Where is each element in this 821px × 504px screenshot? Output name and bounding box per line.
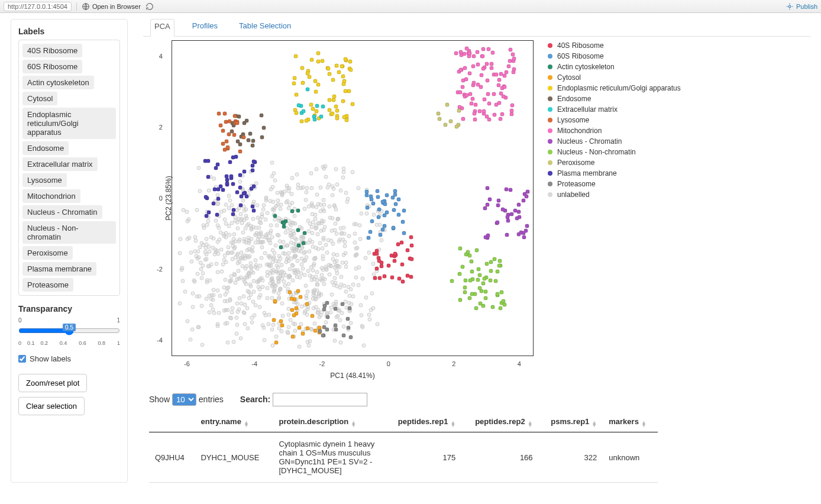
scatter-point[interactable] xyxy=(309,58,313,62)
scatter-point[interactable] xyxy=(334,104,338,108)
scatter-point[interactable] xyxy=(244,267,248,271)
scatter-point[interactable] xyxy=(185,210,189,214)
scatter-point[interactable] xyxy=(290,308,295,312)
label-chip[interactable]: Endoplasmic reticulum/Golgi apparatus xyxy=(22,108,116,139)
scatter-point[interactable] xyxy=(292,313,296,317)
scatter-point[interactable] xyxy=(296,228,300,232)
scatter-point[interactable] xyxy=(298,276,302,280)
scatter-point[interactable] xyxy=(332,252,336,256)
scatter-point[interactable] xyxy=(409,235,413,239)
scatter-point[interactable] xyxy=(490,62,494,66)
scatter-point[interactable] xyxy=(286,325,290,329)
scatter-point[interactable] xyxy=(335,217,340,221)
scatter-point[interactable] xyxy=(354,246,358,250)
scatter-point[interactable] xyxy=(396,212,400,217)
scatter-point[interactable] xyxy=(238,203,243,208)
scatter-point[interactable] xyxy=(400,241,404,245)
scatter-point[interactable] xyxy=(271,322,276,327)
scatter-point[interactable] xyxy=(311,221,315,225)
label-chip[interactable]: Peroxisome xyxy=(22,246,73,260)
scatter-point[interactable] xyxy=(206,175,211,179)
scatter-point[interactable] xyxy=(300,246,304,250)
scatter-point[interactable] xyxy=(489,278,493,282)
scatter-point[interactable] xyxy=(300,66,305,70)
scatter-point[interactable] xyxy=(373,276,377,280)
scatter-point[interactable] xyxy=(342,283,347,287)
scatter-point[interactable] xyxy=(300,80,305,85)
scatter-point[interactable] xyxy=(448,119,452,124)
scatter-point[interactable] xyxy=(293,254,298,259)
scatter-point[interactable] xyxy=(391,195,395,199)
scatter-point[interactable] xyxy=(293,54,298,58)
search-input[interactable] xyxy=(273,393,367,406)
scatter-point[interactable] xyxy=(315,289,319,293)
scatter-point[interactable] xyxy=(228,160,232,164)
scatter-point[interactable] xyxy=(211,308,215,312)
scatter-point[interactable] xyxy=(474,102,478,106)
scatter-point[interactable] xyxy=(495,292,499,296)
scatter-point[interactable] xyxy=(285,243,289,247)
scatter-point[interactable] xyxy=(298,295,302,299)
scatter-point[interactable] xyxy=(504,187,508,191)
scatter-point[interactable] xyxy=(342,333,346,337)
scatter-point[interactable] xyxy=(315,232,319,236)
reload-button[interactable] xyxy=(146,2,154,11)
scatter-point[interactable] xyxy=(230,311,234,315)
scatter-point[interactable] xyxy=(371,306,376,310)
scatter-point[interactable] xyxy=(208,278,212,282)
scatter-point[interactable] xyxy=(190,328,194,332)
scatter-point[interactable] xyxy=(244,194,248,198)
scatter-point[interactable] xyxy=(474,306,479,311)
scatter-point[interactable] xyxy=(294,92,298,96)
scatter-point[interactable] xyxy=(245,216,249,220)
scatter-point[interactable] xyxy=(303,250,307,254)
scatter-point[interactable] xyxy=(302,259,306,263)
scatter-point[interactable] xyxy=(341,75,345,79)
scatter-point[interactable] xyxy=(522,235,526,240)
scatter-point[interactable] xyxy=(335,253,340,257)
show-labels-checkbox[interactable] xyxy=(18,355,26,363)
scatter-point[interactable] xyxy=(199,260,203,264)
scatter-point[interactable] xyxy=(238,185,243,189)
scatter-point[interactable] xyxy=(316,59,320,63)
scatter-point[interactable] xyxy=(325,250,329,254)
scatter-point[interactable] xyxy=(368,230,372,234)
scatter-point[interactable] xyxy=(314,205,318,209)
scatter-point[interactable] xyxy=(177,251,182,255)
scatter-point[interactable] xyxy=(305,186,309,190)
scatter-point[interactable] xyxy=(260,256,264,260)
scatter-point[interactable] xyxy=(509,188,513,192)
scatter-point[interactable] xyxy=(316,221,321,225)
scatter-point[interactable] xyxy=(223,148,227,152)
scatter-point[interactable] xyxy=(207,249,211,253)
scatter-point[interactable] xyxy=(197,325,201,329)
scatter-point[interactable] xyxy=(328,204,332,208)
scatter-point[interactable] xyxy=(341,167,345,171)
scatter-point[interactable] xyxy=(276,260,280,264)
scatter-point[interactable] xyxy=(267,263,271,267)
scatter-point[interactable] xyxy=(486,92,490,96)
scatter-point[interactable] xyxy=(366,236,370,240)
scatter-point[interactable] xyxy=(335,117,340,121)
scatter-point[interactable] xyxy=(302,241,306,245)
clear-selection-button[interactable]: Clear selection xyxy=(18,397,85,415)
scatter-point[interactable] xyxy=(280,329,284,333)
scatter-point[interactable] xyxy=(393,189,397,193)
scatter-point[interactable] xyxy=(206,264,211,268)
scatter-point[interactable] xyxy=(304,284,308,288)
scatter-point[interactable] xyxy=(486,79,490,83)
scatter-point[interactable] xyxy=(318,241,322,245)
scatter-point[interactable] xyxy=(227,206,231,210)
scatter-point[interactable] xyxy=(274,341,278,345)
scatter-point[interactable] xyxy=(219,270,224,274)
scatter-point[interactable] xyxy=(289,192,293,196)
scatter-point[interactable] xyxy=(337,240,341,244)
scatter-point[interactable] xyxy=(390,275,394,279)
tab-pca[interactable]: PCA xyxy=(150,19,174,37)
zoom-reset-button[interactable]: Zoom/reset plot xyxy=(18,374,87,392)
scatter-point[interactable] xyxy=(270,344,274,348)
scatter-point[interactable] xyxy=(483,235,487,240)
scatter-point[interactable] xyxy=(273,299,277,303)
scatter-point[interactable] xyxy=(225,178,229,182)
scatter-point[interactable] xyxy=(201,271,205,275)
